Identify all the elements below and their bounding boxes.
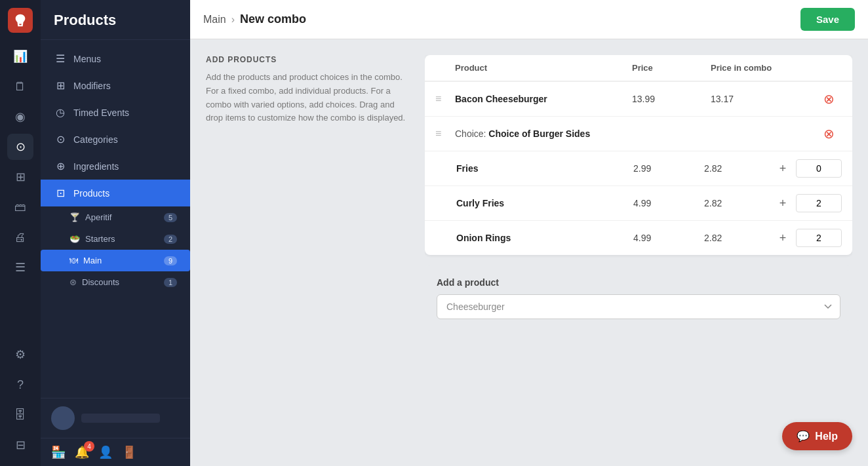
fries-price-combo: 2.82 xyxy=(704,163,770,174)
sidebar-nav: ☰ Menus ⊞ Modifiers ◷ Timed Events ⊙ Cat… xyxy=(41,40,190,398)
choice-drag-handle[interactable]: ≡ xyxy=(435,128,455,140)
choice-name: Choice of Burger Sides xyxy=(488,128,590,139)
discounts-icon: ⊛ xyxy=(69,277,77,287)
sidebar-bottom-icons: 🏪 🔔 4 👤 🚪 xyxy=(41,438,190,466)
onion-rings-qty-input[interactable] xyxy=(796,229,842,247)
sidebar-sub-main[interactable]: 🍽 Main 9 xyxy=(41,250,190,271)
onion-rings-add-button[interactable]: + xyxy=(775,231,791,245)
sidebar-item-menus[interactable]: ☰ Menus xyxy=(41,45,190,72)
choice-item-curly-fries: Curly Fries 4.99 2.82 + xyxy=(425,186,852,221)
curly-fries-price: 4.99 xyxy=(633,198,699,208)
breadcrumb-separator: › xyxy=(231,14,235,26)
aperitif-badge: 5 xyxy=(164,213,177,222)
choice-item-onion-rings: Onion Rings 4.99 2.82 + xyxy=(425,221,852,255)
help-icon: 💬 xyxy=(797,430,810,442)
curly-fries-add-button[interactable]: + xyxy=(775,197,791,210)
main-content: Main › New combo Save ADD PRODUCTS Add t… xyxy=(190,0,868,466)
choice-label: Choice: Choice of Burger Sides xyxy=(455,128,816,139)
icon-bar: 📊 🗒 ◉ ⊙ ⊞ 🗃 🖨 ☰ ⚙ ? 🗄 ⊟ xyxy=(0,0,41,466)
drag-handle[interactable]: ≡ xyxy=(435,93,455,105)
help-label: Help xyxy=(815,431,838,442)
remove-product-button[interactable]: ⊗ xyxy=(816,91,842,107)
save-button[interactable]: Save xyxy=(800,8,855,31)
icon-bar-help[interactable]: ? xyxy=(7,372,33,398)
content-area: ADD PRODUCTS Add the products and produc… xyxy=(190,39,868,466)
breadcrumb-parent[interactable]: Main xyxy=(203,14,226,26)
main-badge: 9 xyxy=(164,256,177,265)
choice-item-fries: Fries 2.99 2.82 + xyxy=(425,151,852,186)
sidebar-item-menus-label: Menus xyxy=(73,54,101,64)
fries-add-button[interactable]: + xyxy=(775,162,791,176)
sidebar-item-timed-events[interactable]: ◷ Timed Events xyxy=(41,99,190,126)
icon-bar-menu[interactable]: ◉ xyxy=(7,104,33,130)
app-logo[interactable] xyxy=(8,8,33,33)
sidebar-item-ingredients[interactable]: ⊕ Ingredients xyxy=(41,153,190,180)
sidebar: Products ☰ Menus ⊞ Modifiers ◷ Timed Eve… xyxy=(41,0,190,466)
bottom-signout-icon[interactable]: 🚪 xyxy=(122,445,136,459)
onion-rings-name: Onion Rings xyxy=(456,233,628,243)
starters-badge: 2 xyxy=(164,235,177,244)
categories-icon: ⊙ xyxy=(54,133,67,146)
icon-bar-list[interactable]: ☰ xyxy=(7,254,33,281)
fries-qty-input[interactable] xyxy=(796,159,842,178)
table-panel: Product Price Price in combo ≡ Bacon Che… xyxy=(425,55,852,450)
breadcrumb: Main › New combo xyxy=(203,12,306,26)
add-product-section: Add a product Cheeseburger xyxy=(425,265,852,331)
table-header: Product Price Price in combo xyxy=(425,55,852,82)
starters-icon: 🥗 xyxy=(69,234,80,244)
icon-bar-archive[interactable]: 🗄 xyxy=(7,402,33,428)
onion-rings-price-combo: 2.82 xyxy=(704,233,770,243)
sidebar-sub-discounts[interactable]: ⊛ Discounts 1 xyxy=(41,271,190,293)
col-price-header: Price xyxy=(632,63,711,73)
remove-choice-button[interactable]: ⊗ xyxy=(816,126,842,142)
add-product-select[interactable]: Cheeseburger xyxy=(437,294,840,319)
curly-fries-price-combo: 2.82 xyxy=(704,198,770,208)
sidebar-item-categories[interactable]: ⊙ Categories xyxy=(41,126,190,153)
icon-bar-settings[interactable]: ⚙ xyxy=(7,341,33,368)
sidebar-item-products[interactable]: ⊡ Products xyxy=(41,180,190,206)
products-icon: ⊡ xyxy=(54,187,67,199)
fries-price: 2.99 xyxy=(633,163,699,174)
sidebar-item-modifiers-label: Modifiers xyxy=(73,81,111,91)
icon-bar-orders[interactable]: 🗒 xyxy=(7,73,33,100)
icon-bar-layers[interactable]: ⊞ xyxy=(7,164,33,190)
add-products-title: ADD PRODUCTS xyxy=(206,55,409,64)
combo-table: Product Price Price in combo ≡ Bacon Che… xyxy=(425,55,852,255)
sidebar-item-timed-events-label: Timed Events xyxy=(73,107,129,118)
discounts-badge: 1 xyxy=(164,278,177,287)
ingredients-icon: ⊕ xyxy=(54,160,67,172)
col-product-header: Product xyxy=(455,63,632,73)
notification-count: 4 xyxy=(84,441,94,452)
add-products-description: Add the products and product choices in … xyxy=(206,71,409,125)
help-button[interactable]: 💬 Help xyxy=(782,422,852,450)
icon-bar-receipt[interactable]: 🗃 xyxy=(7,194,33,220)
bottom-notification-icon[interactable]: 🔔 4 xyxy=(75,445,89,459)
sidebar-sub-starters-label: Starters xyxy=(85,234,115,244)
main-header: Main › New combo Save xyxy=(190,0,868,39)
icon-bar-db[interactable]: ⊟ xyxy=(7,432,33,458)
sidebar-sub-starters[interactable]: 🥗 Starters 2 xyxy=(41,228,190,250)
menus-icon: ☰ xyxy=(54,52,67,65)
col-price-in-combo-header: Price in combo xyxy=(711,63,816,73)
sidebar-item-products-label: Products xyxy=(73,188,109,199)
icon-bar-print[interactable]: 🖨 xyxy=(7,224,33,250)
icon-bar-products[interactable]: ⊙ xyxy=(7,134,33,160)
bottom-store-icon[interactable]: 🏪 xyxy=(51,445,66,459)
curly-fries-qty-input[interactable] xyxy=(796,194,842,212)
fries-name: Fries xyxy=(456,163,628,174)
aperitif-icon: 🍸 xyxy=(69,212,80,222)
sidebar-title: Products xyxy=(41,0,190,40)
main-icon: 🍽 xyxy=(69,256,78,265)
sidebar-sub-discounts-label: Discounts xyxy=(82,277,119,287)
sidebar-item-modifiers[interactable]: ⊞ Modifiers xyxy=(41,72,190,99)
sidebar-sub-main-label: Main xyxy=(83,256,102,265)
icon-bar-analytics[interactable]: 📊 xyxy=(7,43,33,69)
choice-prefix: Choice: xyxy=(455,128,486,139)
sidebar-sub-aperitif[interactable]: 🍸 Aperitif 5 xyxy=(41,206,190,228)
user-name-blurred xyxy=(81,414,160,423)
col-actions-header xyxy=(816,63,842,73)
onion-rings-price: 4.99 xyxy=(633,233,699,243)
bottom-user-icon[interactable]: 👤 xyxy=(98,445,113,459)
sidebar-item-ingredients-label: Ingredients xyxy=(73,161,119,172)
product-price-in-combo: 13.17 xyxy=(711,94,816,104)
